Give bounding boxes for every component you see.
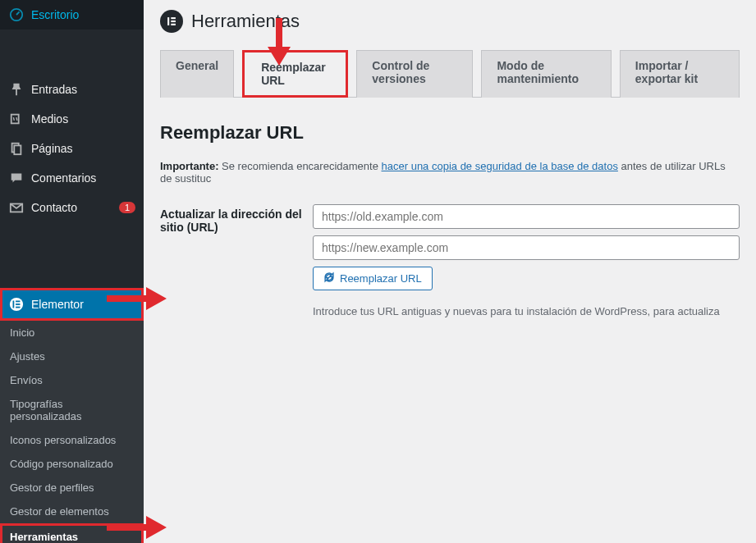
- sidebar-label: Comentarios: [31, 171, 135, 185]
- svg-rect-8: [16, 303, 20, 305]
- sidebar-label: Escritorio: [31, 8, 135, 21]
- tabs: General Reemplazar URL Control de versio…: [160, 49, 740, 98]
- form-fields: Reemplazar URL Introduce tus URL antigua…: [313, 204, 740, 317]
- sidebar-label: Páginas: [31, 142, 135, 155]
- main-content: Herramientas General Reemplazar URL Cont…: [144, 0, 756, 543]
- elementor-logo-icon: [160, 10, 183, 33]
- old-url-input[interactable]: [313, 204, 740, 229]
- sidebar-sub-envios[interactable]: Envíos: [0, 368, 144, 392]
- svg-rect-9: [16, 307, 20, 308]
- svg-rect-11: [171, 17, 176, 19]
- sidebar-label: Entradas: [31, 83, 135, 96]
- new-url-input[interactable]: [313, 235, 740, 260]
- svg-rect-10: [167, 17, 169, 25]
- svg-rect-7: [16, 301, 20, 303]
- annotation-arrow-right-icon: [107, 513, 168, 542]
- sidebar-item-comentarios[interactable]: Comentarios: [0, 163, 144, 193]
- pin-icon: [8, 81, 25, 98]
- sidebar-sub-inicio[interactable]: Inicio: [0, 321, 144, 345]
- tab-importar-exportar[interactable]: Importar / exportar kit: [620, 50, 740, 98]
- form-row: Actualizar la dirección del sitio (URL) …: [160, 204, 740, 317]
- sidebar-label: Medios: [31, 112, 135, 125]
- sidebar-sub-ajustes[interactable]: Ajustes: [0, 345, 144, 368]
- tab-general[interactable]: General: [160, 50, 234, 98]
- annotation-arrow-right-icon: [107, 284, 168, 313]
- sidebar-sub-tipografias[interactable]: Tipografías personalizadas: [0, 392, 144, 428]
- form-label: Actualizar la dirección del sitio (URL): [160, 204, 313, 317]
- comments-icon: [8, 170, 25, 186]
- svg-rect-13: [171, 24, 176, 25]
- backup-link[interactable]: hacer una copia de seguridad de la base …: [382, 160, 618, 172]
- sidebar-label: Contacto: [31, 201, 115, 214]
- page-header: Herramientas: [144, 0, 756, 49]
- svg-rect-6: [13, 301, 15, 308]
- tab-content: Reemplazar URL Importante: Se recomienda…: [144, 98, 756, 350]
- sidebar-item-medios[interactable]: Medios: [0, 104, 144, 134]
- sidebar-item-contacto[interactable]: Contacto 1: [0, 193, 144, 222]
- section-title: Reemplazar URL: [160, 122, 740, 144]
- form-hint: Introduce tus URL antiguas y nuevas para…: [313, 305, 740, 317]
- pages-icon: [8, 140, 25, 157]
- annotation-arrow-down-icon: [263, 18, 296, 67]
- sidebar-item-paginas[interactable]: Páginas: [0, 134, 144, 163]
- sidebar-item-entradas[interactable]: Entradas: [0, 75, 144, 104]
- media-icon: [8, 111, 25, 127]
- svg-rect-12: [171, 21, 176, 22]
- replace-url-button[interactable]: Reemplazar URL: [313, 267, 433, 290]
- sidebar-sub-codigo[interactable]: Código personalizado: [0, 452, 144, 476]
- sidebar-sub-perfiles[interactable]: Gestor de perfiles: [0, 476, 144, 500]
- refresh-icon: [323, 272, 335, 285]
- tab-control-versiones[interactable]: Control de versiones: [356, 50, 473, 98]
- sidebar-submenu: Inicio Ajustes Envíos Tipografías person…: [0, 321, 144, 543]
- notification-badge: 1: [119, 202, 135, 213]
- elementor-icon: [8, 296, 25, 313]
- sidebar-item-escritorio[interactable]: Escritorio: [0, 0, 144, 30]
- sidebar-sub-iconos[interactable]: Iconos personalizados: [0, 428, 144, 452]
- notice-strong: Importante:: [160, 160, 219, 172]
- svg-rect-3: [14, 145, 21, 154]
- notice-text: Importante: Se recomienda encarecidament…: [160, 160, 740, 185]
- tab-mantenimiento[interactable]: Modo de mantenimiento: [481, 50, 611, 98]
- dashboard-icon: [8, 7, 25, 23]
- envelope-icon: [8, 199, 25, 216]
- svg-rect-1: [11, 115, 19, 124]
- sidebar: Escritorio Entradas Medios Páginas Comen…: [0, 0, 144, 543]
- button-label: Reemplazar URL: [340, 272, 422, 285]
